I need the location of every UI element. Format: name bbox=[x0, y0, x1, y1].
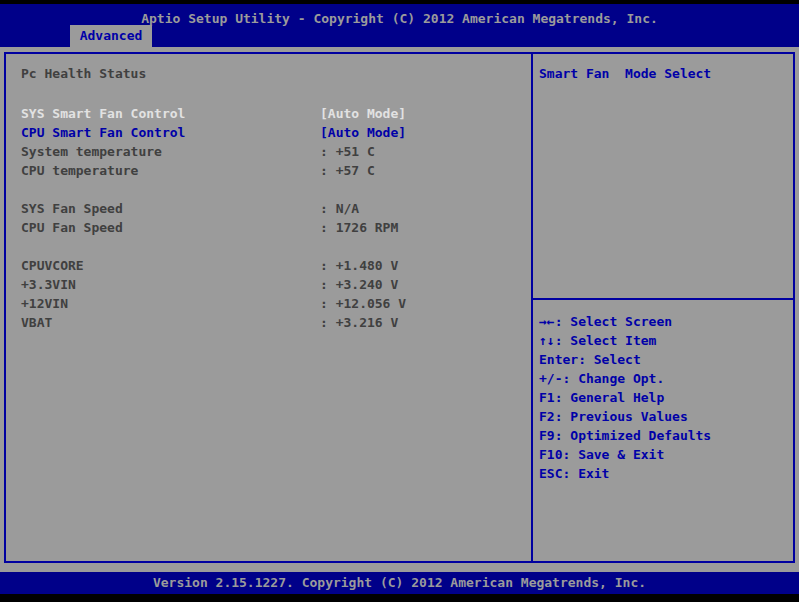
version-text: Version 2.15.1227. Copyright (C) 2012 Am… bbox=[0, 572, 799, 593]
row-cpu-smart-fan-control[interactable]: CPU Smart Fan Control [Auto Mode] bbox=[6, 123, 531, 142]
row-sys-smart-fan-control[interactable]: SYS Smart Fan Control [Auto Mode] bbox=[6, 104, 531, 123]
reading-value: : +57 C bbox=[320, 161, 375, 180]
footer-bar: Version 2.15.1227. Copyright (C) 2012 Am… bbox=[0, 572, 799, 594]
item-help-text: Smart Fan Mode Select bbox=[539, 66, 711, 81]
tab-advanced-label: Advanced bbox=[80, 28, 143, 43]
reading-label: CPU temperature bbox=[21, 163, 138, 178]
setting-value: [Auto Mode] bbox=[320, 123, 406, 142]
key-hint-enter-select: Enter: Select bbox=[539, 350, 711, 369]
page-title: Pc Health Status bbox=[21, 66, 146, 81]
key-hint-esc-exit: ESC: Exit bbox=[539, 464, 711, 483]
row-cpu-temperature: CPU temperature : +57 C bbox=[6, 161, 531, 180]
tab-advanced[interactable]: Advanced bbox=[70, 25, 152, 49]
reading-value: : +12.056 V bbox=[320, 294, 406, 313]
key-hint-save-exit: F10: Save & Exit bbox=[539, 445, 711, 464]
bottom-black-strip bbox=[0, 594, 799, 602]
key-hint-previous-values: F2: Previous Values bbox=[539, 407, 711, 426]
reading-label: +3.3VIN bbox=[21, 277, 76, 292]
reading-label: CPU Fan Speed bbox=[21, 220, 123, 235]
row-vbat: VBAT : +3.216 V bbox=[6, 313, 531, 332]
setting-label: SYS Smart Fan Control bbox=[21, 106, 185, 121]
reading-label: CPUVCORE bbox=[21, 258, 84, 273]
row-cpu-fan-speed: CPU Fan Speed : 1726 RPM bbox=[6, 218, 531, 237]
help-divider bbox=[533, 298, 793, 300]
key-hint-general-help: F1: General Help bbox=[539, 388, 711, 407]
row-3-3vin: +3.3VIN : +3.240 V bbox=[6, 275, 531, 294]
reading-label: +12VIN bbox=[21, 296, 68, 311]
key-hint-select-item: ↑↓: Select Item bbox=[539, 331, 711, 350]
row-system-temperature: System temperature : +51 C bbox=[6, 142, 531, 161]
settings-rows: SYS Smart Fan Control [Auto Mode] CPU Sm… bbox=[6, 104, 531, 332]
reading-value: : N/A bbox=[320, 199, 359, 218]
app-title: Aptio Setup Utility - Copyright (C) 2012… bbox=[0, 11, 799, 26]
row-sys-fan-speed: SYS Fan Speed : N/A bbox=[6, 199, 531, 218]
row-cpuvcore: CPUVCORE : +1.480 V bbox=[6, 256, 531, 275]
key-hint-optimized-defaults: F9: Optimized Defaults bbox=[539, 426, 711, 445]
setting-label: CPU Smart Fan Control bbox=[21, 125, 185, 140]
reading-value: : +3.240 V bbox=[320, 275, 398, 294]
reading-label: SYS Fan Speed bbox=[21, 201, 123, 216]
settings-pane: Pc Health Status SYS Smart Fan Control [… bbox=[6, 54, 531, 561]
key-legend: →←: Select Screen ↑↓: Select Item Enter:… bbox=[539, 312, 711, 483]
row-12vin: +12VIN : +12.056 V bbox=[6, 294, 531, 313]
reading-value: : +1.480 V bbox=[320, 256, 398, 275]
reading-value: : 1726 RPM bbox=[320, 218, 398, 237]
help-pane: Smart Fan Mode Select →←: Select Screen … bbox=[533, 54, 793, 561]
reading-value: : +3.216 V bbox=[320, 313, 398, 332]
setting-value: [Auto Mode] bbox=[320, 104, 406, 123]
panel-box: Pc Health Status SYS Smart Fan Control [… bbox=[4, 52, 795, 563]
key-hint-select-screen: →←: Select Screen bbox=[539, 312, 711, 331]
reading-value: : +51 C bbox=[320, 142, 375, 161]
reading-label: System temperature bbox=[21, 144, 162, 159]
reading-label: VBAT bbox=[21, 315, 52, 330]
main-body: Pc Health Status SYS Smart Fan Control [… bbox=[0, 47, 799, 572]
bios-setup-screen: Aptio Setup Utility - Copyright (C) 2012… bbox=[0, 0, 799, 602]
key-hint-change-opt: +/-: Change Opt. bbox=[539, 369, 711, 388]
